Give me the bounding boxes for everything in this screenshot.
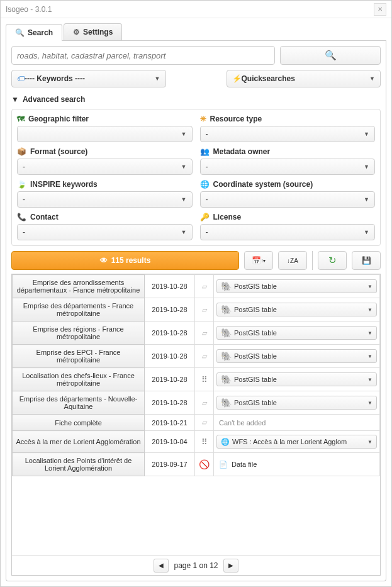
date-sort-button[interactable]: 📅!▾ — [244, 251, 273, 270]
postgis-icon: 🐘 — [221, 281, 232, 291]
alpha-sort-button[interactable]: ↓ZA — [278, 251, 307, 270]
advanced-search-label: Advanced search — [23, 95, 85, 104]
result-geom: 🚫 — [195, 453, 214, 476]
chevron-down-icon: ▼ — [369, 75, 375, 82]
format-filter-combo[interactable]: -▼ — [17, 159, 193, 175]
result-date: 2019-10-28 — [145, 321, 195, 345]
layer-combo[interactable]: 🐘PostGIS table▼ — [216, 372, 377, 386]
owner-filter-label: Metadata owner — [213, 147, 271, 156]
result-layer: 🐘PostGIS table▼ — [214, 345, 380, 368]
close-button[interactable]: ✕ — [374, 3, 386, 16]
postgis-icon: 🐘 — [221, 351, 232, 361]
layer-static: Can't be added — [216, 419, 377, 427]
app-window: Isogeo - 3.0.1 ✕ 🔍 Search ⚙ Settings 🔍 — [0, 0, 392, 587]
table-row: Accès à la mer de Lorient Agglomération2… — [13, 431, 380, 453]
tab-bar: 🔍 Search ⚙ Settings — [6, 23, 386, 41]
result-layer: 🌐WFS : Accès à la mer Lorient Agglom▼ — [214, 431, 380, 453]
polygon-icon: ▱ — [202, 306, 207, 314]
chevron-down-icon: ▼ — [367, 284, 372, 289]
chevron-down-icon: ▼ — [364, 229, 369, 235]
result-name[interactable]: Accès à la mer de Lorient Agglomération — [13, 431, 145, 453]
advanced-search-toggle[interactable]: ▼ Advanced search — [11, 95, 381, 104]
chevron-down-icon: ▼ — [364, 131, 369, 137]
coord-filter-combo[interactable]: -▼ — [200, 191, 376, 208]
table-row: Localisation des Points d'intérêt de Lor… — [13, 453, 380, 476]
table-row: Emprise des régions - France métropolita… — [13, 321, 380, 345]
postgis-icon: 🐘 — [221, 398, 232, 408]
map-icon: 🗺 — [17, 115, 25, 123]
chevron-down-icon: ▼ — [367, 354, 372, 359]
result-date: 2019-10-21 — [145, 415, 195, 431]
tab-settings[interactable]: ⚙ Settings — [64, 23, 122, 40]
restype-filter-combo[interactable]: -▼ — [200, 126, 376, 142]
polygon-icon: ▱ — [202, 282, 207, 291]
gear-icon: ⚙ — [73, 28, 80, 36]
result-name[interactable]: Emprise des départements - France métrop… — [13, 298, 145, 321]
result-name[interactable]: Fiche complète — [13, 415, 145, 431]
refresh-button[interactable]: ↻ — [318, 251, 347, 270]
chevron-down-icon: ▼ — [367, 307, 372, 313]
layer-label: Data file — [232, 461, 257, 468]
layer-combo[interactable]: 🐘PostGIS table▼ — [216, 326, 377, 340]
calendar-icon: 📅 — [252, 256, 261, 265]
result-name[interactable]: Localisation des Points d'intérêt de Lor… — [13, 453, 145, 476]
layer-combo[interactable]: 🐘PostGIS table▼ — [216, 396, 377, 410]
layer-label: PostGIS table — [234, 282, 277, 290]
pager-prev[interactable]: ◀ — [154, 559, 169, 573]
results-button[interactable]: 👁 115 results — [11, 251, 239, 270]
quicksearches-combo[interactable]: ⚡ Quicksearches ▼ — [227, 70, 381, 87]
result-layer: 🐘PostGIS table▼ — [214, 298, 380, 321]
postgis-icon: 🐘 — [221, 305, 232, 315]
save-icon: 💾 — [362, 256, 371, 265]
layer-label: PostGIS table — [234, 376, 277, 383]
pager-next[interactable]: ▶ — [223, 559, 238, 573]
owner-filter-combo[interactable]: -▼ — [200, 159, 376, 175]
keywords-combo[interactable]: 🏷 ---- Keywords ---- ▼ — [11, 70, 166, 87]
table-row: Emprise des départements - France métrop… — [13, 298, 380, 321]
result-geom: ▱ — [195, 321, 214, 345]
search-button[interactable]: 🔍 — [280, 46, 381, 65]
result-name[interactable]: Emprise des arrondissements départementa… — [13, 275, 145, 298]
pager-text: page 1 on 12 — [174, 561, 218, 570]
result-date: 2019-10-04 — [145, 431, 195, 453]
chevron-down-icon: ▼ — [364, 164, 369, 170]
layer-label: PostGIS table — [234, 352, 277, 360]
points-icon: ⠿ — [201, 375, 207, 384]
table-row: Emprise des arrondissements départementa… — [13, 275, 380, 298]
triangle-down-icon: ▼ — [11, 95, 19, 104]
contact-filter-combo[interactable]: -▼ — [17, 224, 193, 240]
result-geom: ▱ — [195, 275, 214, 298]
blocked-icon: 🚫 — [199, 459, 210, 469]
geo-filter-combo[interactable]: ▼ — [17, 126, 193, 142]
result-geom: ▱ — [195, 391, 214, 415]
search-panel: 🔍 🏷 ---- Keywords ---- ▼ ⚡ Quicksearches… — [6, 41, 386, 581]
points-icon: ⠿ — [201, 437, 207, 447]
result-name[interactable]: Localisation des chefs-lieux - France mé… — [13, 368, 145, 391]
key-icon: 🔑 — [200, 213, 210, 221]
layer-combo[interactable]: 🐘PostGIS table▼ — [216, 303, 377, 316]
save-button[interactable]: 💾 — [352, 251, 381, 270]
chevron-down-icon: ▼ — [181, 131, 187, 137]
asterisk-icon: ✳ — [200, 115, 206, 123]
result-geom: ▱ — [195, 415, 214, 431]
search-input[interactable] — [11, 46, 275, 65]
chevron-down-icon: ▼ — [364, 196, 369, 203]
table-row: Emprise des départements - Nouvelle-Aqui… — [13, 391, 380, 415]
result-layer: 🐘PostGIS table▼ — [214, 321, 380, 345]
chevron-down-icon: ▼ — [181, 229, 187, 235]
quicksearches-label: Quicksearches — [242, 74, 295, 83]
tab-search[interactable]: 🔍 Search — [6, 24, 62, 41]
result-name[interactable]: Emprise des départements - Nouvelle-Aqui… — [13, 391, 145, 415]
inspire-filter-combo[interactable]: -▼ — [17, 191, 193, 208]
layer-combo[interactable]: 🐘PostGIS table▼ — [216, 349, 377, 363]
leaf-icon: 🍃 — [17, 180, 26, 189]
search-icon: 🔍 — [15, 28, 25, 37]
layer-combo[interactable]: 🐘PostGIS table▼ — [216, 279, 377, 293]
coord-filter-label: Coordinate system (source) — [213, 180, 313, 189]
result-name[interactable]: Emprise des régions - France métropolita… — [13, 321, 145, 345]
result-name[interactable]: Emprise des EPCI - France métropolitaine — [13, 345, 145, 368]
layer-combo[interactable]: 🌐WFS : Accès à la mer Lorient Agglom▼ — [216, 435, 377, 449]
layer-label: PostGIS table — [234, 399, 277, 406]
table-row: Emprise des EPCI - France métropolitaine… — [13, 345, 380, 368]
license-filter-combo[interactable]: -▼ — [200, 224, 376, 240]
